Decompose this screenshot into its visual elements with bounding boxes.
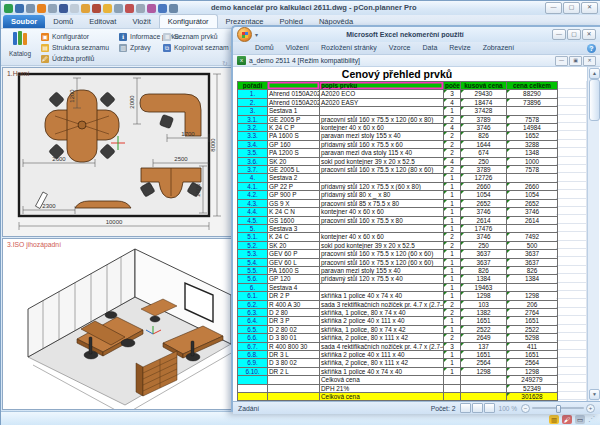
cell[interactable]: 1652 [507, 132, 558, 140]
cell[interactable]: 6.9. [238, 359, 268, 367]
cell[interactable]: 1651 [507, 317, 558, 325]
excel-tab-3[interactable]: Vzorce [383, 42, 417, 54]
cell[interactable]: 1 [444, 283, 461, 291]
workbook-restore-icon[interactable]: ▣ [569, 56, 582, 66]
cell[interactable]: R 400 A 30 [268, 300, 320, 308]
cell[interactable]: 4 [444, 98, 461, 106]
cell[interactable]: 137 [461, 342, 507, 350]
cell[interactable]: pracovní stůl 160 x 75.5 x 120 (80 x 60) [320, 166, 444, 174]
cell[interactable]: 103 [461, 300, 507, 308]
cell[interactable] [320, 224, 444, 232]
excel-tab-1[interactable]: Vložení [280, 42, 315, 54]
cell[interactable]: A2020 ECO [320, 90, 444, 98]
cell[interactable]: 5.2. [238, 241, 268, 249]
cell[interactable]: 6.3. [238, 308, 268, 316]
cell[interactable] [238, 393, 268, 401]
cell[interactable]: 4.5. [238, 216, 268, 224]
cell[interactable]: 4.3. [238, 199, 268, 207]
floorplan-2d-canvas[interactable]: 1200 2000 1700 2600 2500 2500 2300 10000… [3, 68, 231, 236]
page-layout-view-icon[interactable] [472, 403, 483, 413]
cell[interactable]: 6.5. [238, 325, 268, 333]
cell[interactable]: sada 4 rektifikačních nožiček pr. 4.7 x … [320, 342, 444, 350]
help-icon[interactable]: ? [587, 44, 596, 53]
normal-view-icon[interactable] [460, 403, 471, 413]
cell[interactable]: Ahrend 0150A2020-0004 [268, 90, 320, 98]
cell[interactable]: 3288 [507, 140, 558, 148]
ribbon-item-1[interactable]: ▤Struktura seznamu [41, 43, 109, 52]
cell[interactable]: 5298 [507, 334, 558, 342]
cell[interactable] [320, 283, 444, 291]
cell[interactable]: 1 [444, 224, 461, 232]
close-icon[interactable]: ✕ [581, 2, 598, 14]
cell[interactable]: 2614 [507, 216, 558, 224]
cell[interactable]: 52349 [507, 384, 558, 392]
cell[interactable]: 4.1. [238, 182, 268, 190]
cell[interactable]: 1 [444, 359, 461, 367]
cell[interactable]: 826 [461, 266, 507, 274]
cell[interactable]: 6.7. [238, 342, 268, 350]
cell[interactable] [444, 384, 461, 392]
cell[interactable]: 3.3. [238, 132, 268, 140]
cell[interactable]: 1298 [461, 367, 507, 375]
excel-tab-0[interactable]: Domů [249, 42, 280, 54]
col-header-3[interactable]: počet [444, 82, 461, 90]
cell[interactable] [507, 283, 558, 291]
excel-tab-4[interactable]: Data [416, 42, 443, 54]
cell[interactable]: 1298 [461, 292, 507, 300]
cell[interactable]: 2 [444, 115, 461, 123]
cell[interactable]: GP 160 [268, 140, 320, 148]
cell[interactable]: 1 [444, 292, 461, 300]
capture-icon[interactable] [169, 4, 178, 13]
cell[interactable]: 6. [238, 283, 268, 291]
cell[interactable]: 5.4. [238, 258, 268, 266]
excel-tab-2[interactable]: Rozložení stránky [315, 42, 383, 54]
cell[interactable]: skříňka, 2 police, 80 x 111 x 42 [320, 359, 444, 367]
cell[interactable]: A2020 EASY [320, 98, 444, 106]
cell[interactable] [238, 376, 268, 384]
cell[interactable]: 6.8. [238, 351, 268, 359]
cell[interactable]: GE 2005 P [268, 115, 320, 123]
cell[interactable]: 3.1. [238, 115, 268, 123]
cell[interactable]: 500 [507, 241, 558, 249]
cell[interactable]: skříňka 2 police 40 x 111 x 40 [320, 351, 444, 359]
cell[interactable]: 2660 [507, 182, 558, 190]
connector-icon[interactable] [147, 4, 156, 13]
cell[interactable]: skříňka, 2 police, 80 x 111 x 42 [320, 334, 444, 342]
cell[interactable]: pracovní stůl 85 x 75.5 x 80 [320, 199, 444, 207]
cell[interactable]: 1 [444, 191, 461, 199]
undo2-icon[interactable] [125, 4, 134, 13]
cell[interactable]: Sestava 2 [268, 174, 320, 182]
cell[interactable]: Sestava 4 [268, 283, 320, 291]
cell[interactable]: 1 [444, 367, 461, 375]
cell[interactable]: GP 900 P [268, 191, 320, 199]
cell[interactable]: skříňka 1 police 40 x 74 x 40 [320, 367, 444, 375]
cell[interactable]: 1000 [507, 157, 558, 165]
cell[interactable]: 3.4. [238, 140, 268, 148]
cell[interactable]: 3746 [507, 208, 558, 216]
cell[interactable] [507, 174, 558, 182]
frame-icon[interactable] [70, 4, 79, 13]
cell[interactable]: 1 [444, 216, 461, 224]
cell[interactable]: DR 3 L [268, 351, 320, 359]
cell[interactable]: 2. [238, 98, 268, 106]
cell[interactable] [444, 393, 461, 401]
cell[interactable]: Sestava 3 [268, 224, 320, 232]
col-header-5[interactable]: cena celkem [507, 82, 558, 90]
cell[interactable]: 3 [444, 90, 461, 98]
cell[interactable]: 1382 [461, 308, 507, 316]
rss-icon[interactable] [37, 4, 46, 13]
ribbon-item-2[interactable]: 🖉Údržba profilů [41, 54, 109, 63]
cell[interactable]: 3.7. [238, 166, 268, 174]
cell[interactable]: pracovní stůl 160 x 75.5 x 120 (60 x 60) [320, 258, 444, 266]
cell[interactable]: 1 [444, 317, 461, 325]
cell[interactable]: přídavný stůl 120 x 75.5 x (60 x 80) [320, 182, 444, 190]
scroll-down-icon[interactable]: ▼ [589, 389, 600, 400]
cell[interactable]: 29430 [461, 90, 507, 98]
cell[interactable]: 2652 [461, 199, 507, 207]
cell[interactable]: pracovní stůl 160 x 75.5 x 120 (60 x 60) [320, 250, 444, 258]
cell[interactable]: 1384 [507, 275, 558, 283]
cell[interactable]: 1348 [507, 149, 558, 157]
cell[interactable]: 249279 [507, 376, 558, 384]
cell[interactable]: skříňka 2 police 40 x 111 x 40 [320, 317, 444, 325]
cell[interactable]: 3637 [507, 258, 558, 266]
